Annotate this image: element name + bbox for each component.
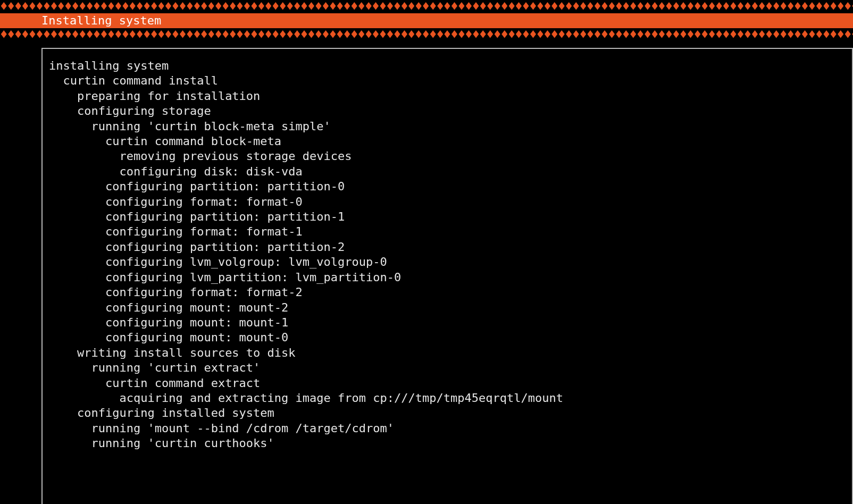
top-border-decoration: ♦♦♦♦♦♦♦♦♦♦♦♦♦♦♦♦♦♦♦♦♦♦♦♦♦♦♦♦♦♦♦♦♦♦♦♦♦♦♦♦… bbox=[0, 0, 853, 13]
log-panel: installing system curtin command install… bbox=[41, 48, 853, 504]
install-log: installing system curtin command install… bbox=[49, 58, 846, 451]
title-bar: Installing system bbox=[0, 13, 853, 28]
title-underline-decoration: ♦♦♦♦♦♦♦♦♦♦♦♦♦♦♦♦♦♦♦♦♦♦♦♦♦♦♦♦♦♦♦♦♦♦♦♦♦♦♦♦… bbox=[0, 28, 853, 41]
screen-title: Installing system bbox=[41, 14, 161, 27]
